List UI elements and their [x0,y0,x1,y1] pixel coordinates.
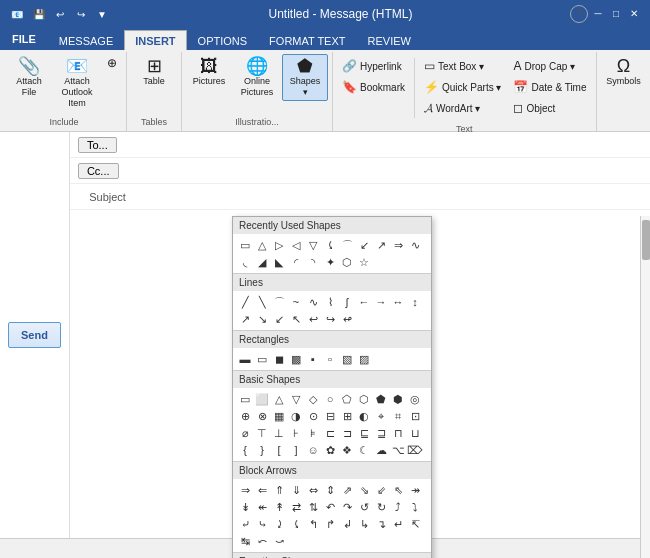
shape-item[interactable]: { [237,442,253,458]
shape-item[interactable]: ↡ [237,499,253,515]
shape-item[interactable]: ⌇ [322,294,338,310]
shape-item[interactable]: ⤹ [322,237,338,253]
tab-review[interactable]: REVIEW [357,30,422,50]
shape-item[interactable]: ↫ [339,311,355,327]
minimize-button[interactable]: ─ [590,5,606,21]
shape-item[interactable]: ▦ [271,408,287,424]
shape-item[interactable]: ⇓ [288,482,304,498]
close-button[interactable]: ✕ [626,5,642,21]
shape-item[interactable]: ▭ [237,391,253,407]
shape-item[interactable]: ⌦ [407,442,423,458]
shape-item[interactable]: ↳ [356,516,372,532]
bookmark-button[interactable]: 🔖 Bookmark [337,77,410,97]
shape-item[interactable]: ⤶ [237,516,253,532]
shape-item[interactable]: ▽ [305,237,321,253]
shape-item[interactable]: → [373,294,389,310]
shape-item[interactable]: ❖ [339,442,355,458]
shape-item[interactable]: ⤻ [271,533,287,549]
shape-item[interactable]: ⇕ [322,482,338,498]
shape-item[interactable]: ⤹ [288,516,304,532]
shape-item[interactable]: ↴ [373,516,389,532]
shape-item[interactable]: ↷ [339,499,355,515]
shape-item[interactable]: ⊕ [237,408,253,424]
shape-item[interactable]: ⊤ [254,425,270,441]
shape-item[interactable]: ◁ [288,237,304,253]
object-button[interactable]: ◻ Object [508,98,591,118]
shape-item[interactable]: ⇐ [254,482,270,498]
shape-item[interactable]: ∿ [407,237,423,253]
shape-item[interactable]: ⬟ [373,391,389,407]
shape-item[interactable]: ⊡ [407,408,423,424]
customize-quick-access[interactable]: ▼ [93,5,111,23]
shape-item[interactable]: ◼ [271,351,287,367]
tab-file[interactable]: FILE [0,28,48,50]
shape-item[interactable]: ○ [322,391,338,407]
shape-item[interactable]: ↞ [254,499,270,515]
shape-item[interactable]: ⊑ [356,425,372,441]
include-more-button[interactable]: ⊕ [102,54,122,73]
shape-item[interactable]: ↘ [254,311,270,327]
shapes-button[interactable]: ⬟ Shapes▾ [282,54,328,101]
pictures-button[interactable]: 🖼 Pictures [186,54,232,90]
tab-options[interactable]: OPTIONS [187,30,259,50]
shape-item[interactable]: ⊞ [339,408,355,424]
shape-item[interactable]: ⇖ [390,482,406,498]
shape-item[interactable]: △ [254,237,270,253]
shape-item[interactable]: ◣ [271,254,287,270]
shape-item[interactable]: ⊟ [322,408,338,424]
shape-item[interactable]: ⌥ [390,442,406,458]
attach-file-button[interactable]: 📎 AttachFile [6,54,52,101]
shape-item[interactable]: ⤴ [390,499,406,515]
shape-item[interactable]: ◑ [288,408,304,424]
shape-item[interactable]: ◇ [305,391,321,407]
shape-item[interactable]: ╱ [237,294,253,310]
shape-item[interactable]: ↩ [305,311,321,327]
shape-item[interactable]: ↵ [390,516,406,532]
shape-item[interactable]: ↟ [271,499,287,515]
to-button[interactable]: To... [78,137,117,153]
shape-item[interactable]: ⊏ [322,425,338,441]
shape-item[interactable]: ⇒ [390,237,406,253]
shape-item[interactable]: ↻ [373,499,389,515]
online-pictures-button[interactable]: 🌐 OnlinePictures [234,54,280,101]
shape-item[interactable]: ~ [288,294,304,310]
undo-button[interactable]: ↩ [51,5,69,23]
shape-item[interactable]: ↗ [237,311,253,327]
shape-item[interactable]: ↙ [356,237,372,253]
shape-item[interactable]: ◝ [305,254,321,270]
cc-input[interactable] [123,165,646,177]
shape-item[interactable]: ↗ [373,237,389,253]
shape-item[interactable]: } [254,442,270,458]
table-button[interactable]: ⊞ Table [131,54,177,90]
shape-item[interactable]: ☺ [305,442,321,458]
shape-item[interactable]: ☆ [356,254,372,270]
shape-item[interactable]: ╲ [254,294,270,310]
shape-item[interactable]: ⬜ [254,391,270,407]
shape-item[interactable]: ↠ [407,482,423,498]
symbols-button[interactable]: Ω Symbols [601,54,647,90]
shape-item[interactable]: ▨ [356,351,372,367]
shape-item[interactable]: ∿ [305,294,321,310]
shape-item[interactable]: ▷ [271,237,287,253]
drop-cap-button[interactable]: A Drop Cap ▾ [508,56,591,76]
shape-item[interactable]: ↹ [237,533,253,549]
tab-formattext[interactable]: FORMAT TEXT [258,30,356,50]
help-button[interactable]: ? [570,5,588,23]
shape-item[interactable]: ⬡ [339,254,355,270]
shape-item[interactable]: ⇅ [305,499,321,515]
shape-item[interactable]: ⊧ [305,425,321,441]
shape-item[interactable]: ↺ [356,499,372,515]
shape-item[interactable]: ↙ [271,311,287,327]
date-time-button[interactable]: 📅 Date & Time [508,77,591,97]
quick-parts-button[interactable]: ⚡ Quick Parts ▾ [419,77,506,97]
shape-item[interactable]: ⇘ [356,482,372,498]
shape-item[interactable]: ☁ [373,442,389,458]
shape-item[interactable]: ↸ [407,516,423,532]
shape-item[interactable]: ⇔ [305,482,321,498]
save-button[interactable]: 💾 [30,5,48,23]
shapes-scrollbar[interactable] [640,216,650,558]
cc-button[interactable]: Cc... [78,163,119,179]
shape-item[interactable]: ⊥ [271,425,287,441]
shape-item[interactable]: ◜ [288,254,304,270]
shape-item[interactable]: ∫ [339,294,355,310]
